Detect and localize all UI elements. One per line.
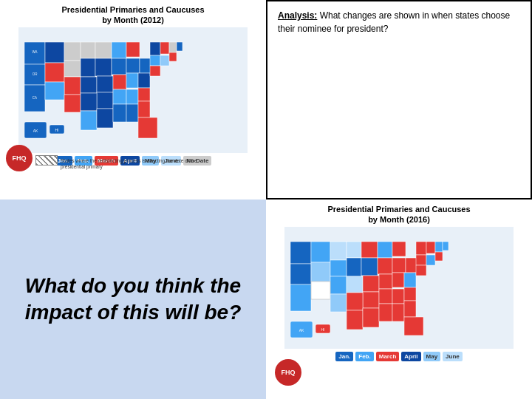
svg-rect-65 [311, 282, 330, 299]
svg-rect-23 [112, 58, 126, 75]
map-2012-title: Presidential Primaries and Caucuses by M… [0, 0, 266, 27]
svg-rect-84 [392, 304, 404, 321]
svg-rect-24 [126, 58, 140, 73]
svg-rect-94 [404, 317, 423, 335]
svg-rect-14 [45, 82, 64, 100]
svg-rect-56 [311, 262, 330, 282]
question-box: What do you think the impact of this wil… [0, 200, 266, 399]
svg-rect-35 [150, 42, 160, 55]
svg-rect-25 [140, 58, 151, 73]
svg-rect-59 [361, 242, 378, 258]
legend-june-2016: June [443, 352, 463, 361]
svg-rect-11 [95, 58, 112, 76]
svg-rect-15 [64, 95, 81, 112]
svg-rect-63 [330, 276, 347, 294]
svg-rect-87 [426, 242, 435, 253]
svg-rect-36 [160, 42, 169, 54]
svg-rect-32 [113, 104, 126, 122]
svg-rect-30 [126, 89, 138, 104]
legend-2016: Jan. Feb. March April May June [266, 352, 532, 361]
svg-rect-38 [177, 42, 183, 51]
svg-rect-85 [404, 301, 416, 317]
svg-rect-52 [290, 242, 311, 264]
svg-rect-12 [64, 77, 81, 95]
svg-rect-43 [138, 117, 157, 138]
svg-rect-7 [81, 42, 95, 58]
svg-rect-19 [81, 111, 97, 130]
usa-map-2016-svg: AK HI [284, 227, 514, 349]
svg-rect-31 [138, 88, 150, 101]
svg-rect-77 [379, 274, 392, 289]
svg-rect-5 [45, 63, 64, 82]
svg-text:WA: WA [32, 50, 37, 54]
svg-rect-6 [64, 42, 81, 61]
analysis-text: Analysis: What changes are shown in when… [278, 9, 520, 35]
svg-rect-26 [113, 75, 126, 89]
svg-text:AK: AK [299, 328, 304, 332]
usa-map-2012-svg: AK HI WA OR CA [18, 27, 248, 153]
svg-rect-10 [81, 58, 95, 77]
fhq-logo-2012: FHQ [6, 145, 33, 171]
svg-rect-81 [392, 289, 404, 304]
svg-rect-70 [347, 310, 363, 330]
svg-rect-34 [138, 101, 150, 117]
svg-rect-20 [97, 109, 113, 128]
svg-rect-92 [435, 252, 443, 261]
map-2016-container: AK HI [284, 227, 514, 349]
svg-rect-42 [150, 66, 160, 76]
svg-rect-9 [64, 61, 81, 77]
legend-jan-2016: Jan. [335, 352, 353, 361]
map-2012-section: Presidential Primaries and Caucuses by M… [0, 0, 266, 200]
svg-rect-91 [426, 255, 435, 265]
analysis-label: Analysis: [278, 10, 317, 21]
svg-rect-68 [363, 292, 379, 308]
svg-rect-69 [347, 293, 363, 310]
svg-rect-76 [406, 258, 417, 273]
svg-rect-93 [416, 265, 426, 276]
map-2016-section: Presidential Primaries and Caucuses by M… [266, 200, 532, 399]
svg-rect-33 [126, 104, 138, 122]
svg-rect-71 [363, 308, 379, 327]
analysis-box: Analysis: What changes are shown in when… [266, 0, 532, 200]
svg-text:HI: HI [321, 327, 325, 332]
legend-may-2016: May [423, 352, 441, 361]
map-2016-title: Presidential Primaries and Caucuses by M… [266, 200, 532, 227]
svg-rect-74 [378, 258, 392, 274]
fhq-logo-2016: FHQ [275, 359, 301, 386]
hatch-note-2012: States where the redistricting process i… [61, 158, 208, 170]
svg-rect-4 [45, 42, 64, 63]
svg-rect-73 [392, 242, 406, 256]
svg-rect-13 [81, 77, 97, 93]
svg-rect-41 [169, 52, 177, 61]
svg-rect-28 [138, 73, 150, 88]
svg-text:CA: CA [33, 96, 37, 100]
svg-rect-80 [379, 289, 392, 304]
hatch-pattern-2012 [35, 155, 58, 166]
svg-text:OR: OR [33, 72, 38, 76]
svg-rect-89 [443, 242, 449, 250]
svg-rect-78 [392, 273, 404, 287]
svg-rect-61 [347, 258, 361, 276]
svg-rect-8 [95, 42, 112, 58]
svg-rect-18 [81, 93, 97, 111]
svg-text:HI: HI [55, 128, 59, 132]
svg-rect-79 [404, 273, 416, 287]
svg-rect-27 [126, 73, 138, 88]
svg-rect-54 [290, 284, 311, 311]
svg-rect-39 [150, 55, 160, 66]
svg-rect-75 [392, 258, 406, 273]
svg-rect-90 [416, 255, 426, 265]
svg-rect-62 [361, 258, 378, 276]
svg-rect-83 [379, 304, 392, 321]
svg-rect-21 [112, 42, 126, 58]
legend-march-2016: March [376, 352, 400, 361]
svg-rect-72 [378, 242, 392, 258]
question-text: What do you think the impact of this wil… [0, 258, 266, 341]
svg-rect-53 [290, 264, 311, 284]
svg-rect-88 [435, 242, 443, 252]
svg-rect-60 [330, 260, 347, 276]
svg-rect-58 [347, 242, 361, 258]
svg-text:AK: AK [33, 129, 38, 133]
svg-rect-66 [330, 294, 347, 312]
legend-april-2016: April [401, 352, 420, 361]
